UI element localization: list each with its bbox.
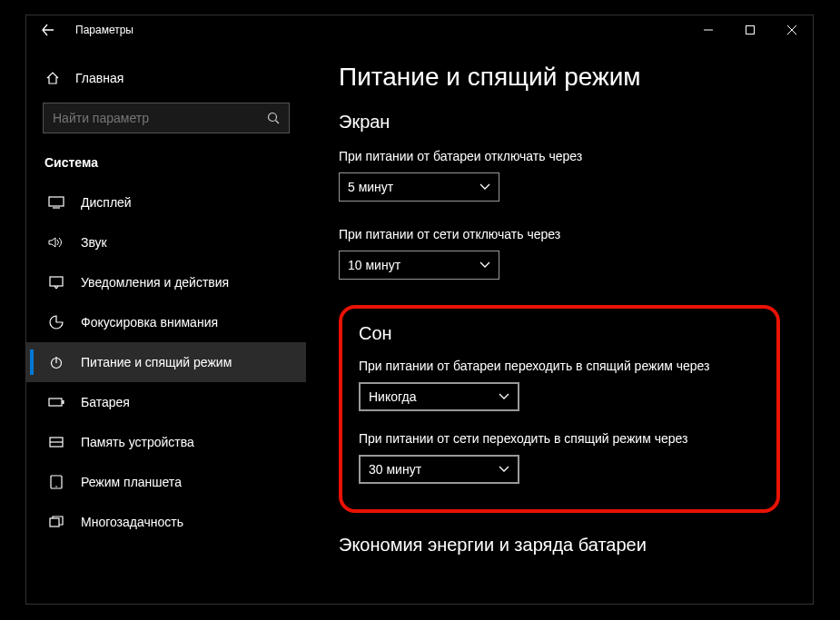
nav-item-power-sleep[interactable]: Питание и спящий режим xyxy=(26,342,306,382)
energy-section-heading: Экономия энергии и заряда батареи xyxy=(339,535,780,556)
nav-label: Дисплей xyxy=(81,195,132,210)
nav-label: Многозадачность xyxy=(81,515,183,529)
sleep-ac-dropdown[interactable]: 30 минут xyxy=(359,455,519,484)
nav-item-tablet[interactable]: Режим планшета xyxy=(26,462,306,502)
main-panel: Питание и спящий режим Экран При питании… xyxy=(306,44,813,604)
home-link[interactable]: Главная xyxy=(26,63,306,103)
screen-ac-label: При питании от сети отключать через xyxy=(339,227,780,241)
svg-rect-8 xyxy=(50,277,63,286)
svg-line-5 xyxy=(276,121,280,124)
chevron-down-icon xyxy=(499,393,509,400)
back-arrow-icon xyxy=(42,24,54,36)
minimize-button[interactable] xyxy=(687,15,729,44)
nav-item-storage[interactable]: Память устройства xyxy=(26,422,306,462)
close-button[interactable] xyxy=(771,15,813,44)
nav-label: Память устройства xyxy=(81,435,194,449)
svg-rect-6 xyxy=(49,197,64,206)
search-input[interactable] xyxy=(53,111,267,125)
search-icon xyxy=(267,112,280,124)
nav-item-notifications[interactable]: Уведомления и действия xyxy=(26,262,306,302)
multitasking-icon xyxy=(48,514,64,530)
svg-rect-11 xyxy=(49,399,62,406)
nav-item-focus[interactable]: Фокусировка внимания xyxy=(26,302,306,342)
home-icon xyxy=(44,70,61,86)
sleep-battery-dropdown[interactable]: Никогда xyxy=(359,382,519,411)
sleep-section-heading: Сон xyxy=(359,323,760,344)
nav-item-display[interactable]: Дисплей xyxy=(26,182,306,222)
chevron-down-icon xyxy=(479,261,490,269)
sidebar-section-title: Система xyxy=(26,155,306,182)
maximize-button[interactable] xyxy=(729,15,771,44)
dropdown-value: 5 минут xyxy=(348,180,393,194)
nav-label: Уведомления и действия xyxy=(81,275,229,290)
screen-battery-label: При питании от батареи отключать через xyxy=(339,149,780,163)
svg-rect-17 xyxy=(50,518,59,527)
power-icon xyxy=(48,354,64,370)
svg-rect-12 xyxy=(63,400,64,404)
search-box[interactable] xyxy=(43,103,290,133)
sidebar: Главная Система Дисплей Звук Уведомления… xyxy=(26,44,306,604)
tablet-icon xyxy=(48,474,64,490)
home-label: Главная xyxy=(75,71,124,85)
settings-window: Параметры Главная Си xyxy=(25,15,814,605)
chevron-down-icon xyxy=(479,183,490,191)
display-icon xyxy=(48,194,64,211)
dropdown-value: Никогда xyxy=(369,389,416,404)
nav-item-battery[interactable]: Батарея xyxy=(26,382,306,422)
content-area: Главная Система Дисплей Звук Уведомления… xyxy=(26,44,813,604)
window-title: Параметры xyxy=(70,24,133,36)
focus-icon xyxy=(48,314,64,330)
notifications-icon xyxy=(48,274,64,290)
screen-battery-dropdown[interactable]: 5 минут xyxy=(339,172,499,202)
svg-point-16 xyxy=(55,486,57,487)
maximize-icon xyxy=(746,25,755,34)
sleep-section-highlighted: Сон При питании от батареи переходить в … xyxy=(339,305,780,513)
battery-icon xyxy=(48,394,64,410)
nav-label: Звук xyxy=(81,235,107,250)
nav-label: Питание и спящий режим xyxy=(81,355,232,369)
chevron-down-icon xyxy=(499,466,509,473)
page-title: Питание и спящий режим xyxy=(339,63,780,92)
close-icon xyxy=(787,25,796,34)
dropdown-value: 30 минут xyxy=(369,462,421,477)
nav-label: Батарея xyxy=(81,395,130,409)
nav-item-sound[interactable]: Звук xyxy=(26,222,306,262)
dropdown-value: 10 минут xyxy=(348,258,400,272)
back-button[interactable] xyxy=(26,15,70,44)
sound-icon xyxy=(48,234,64,251)
titlebar: Параметры xyxy=(26,15,813,44)
svg-point-4 xyxy=(269,113,277,122)
storage-icon xyxy=(48,434,64,450)
screen-section-heading: Экран xyxy=(339,112,780,133)
sleep-battery-label: При питании от батареи переходить в спящ… xyxy=(359,359,760,373)
nav-label: Режим планшета xyxy=(81,475,182,489)
minimize-icon xyxy=(704,25,713,34)
svg-rect-1 xyxy=(746,26,755,34)
sleep-ac-label: При питании от сети переходить в спящий … xyxy=(359,431,760,446)
screen-ac-dropdown[interactable]: 10 минут xyxy=(339,251,499,280)
nav-label: Фокусировка внимания xyxy=(81,315,218,330)
nav-item-multitasking[interactable]: Многозадачность xyxy=(26,502,306,542)
